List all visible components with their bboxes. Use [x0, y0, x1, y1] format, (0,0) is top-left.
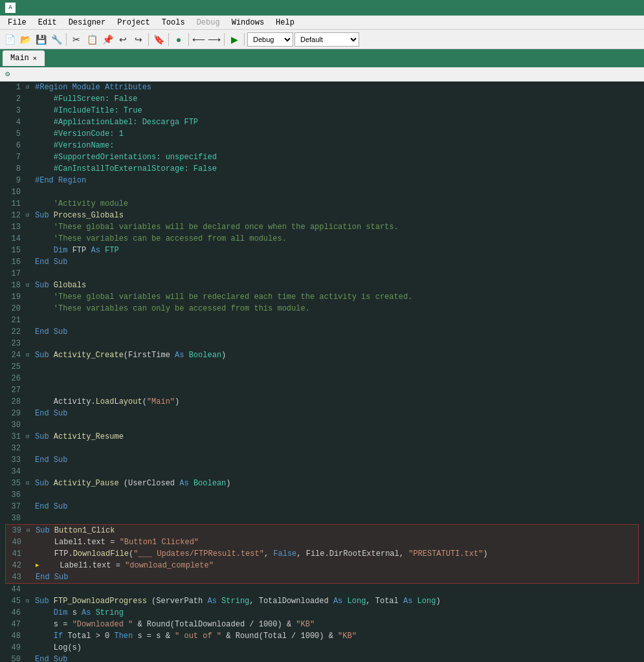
sep1: [66, 33, 67, 46]
code-line: #VersionName:: [35, 140, 114, 151]
line-number: 30: [5, 419, 26, 431]
menu-item-help[interactable]: Help: [271, 17, 300, 28]
table-row: 31⊟Sub Activity_Resume: [5, 431, 639, 443]
undo-button[interactable]: ↩: [116, 32, 130, 47]
line-number: 47: [5, 619, 26, 630]
sep4: [188, 33, 189, 46]
fold-button[interactable]: ⊟: [26, 280, 35, 291]
menu-item-designer[interactable]: Designer: [63, 17, 111, 28]
default-dropdown[interactable]: Default: [294, 32, 359, 47]
line-number: 26: [5, 373, 26, 384]
table-row: 33End Sub: [5, 454, 639, 466]
code-line: End Sub: [35, 654, 67, 662]
line-number: 38: [5, 513, 26, 524]
paste-button[interactable]: 📌: [100, 32, 115, 47]
code-line: 'These global variables will be declared…: [35, 221, 399, 233]
line-number: 13: [5, 221, 26, 233]
fold-button[interactable]: ⊟: [26, 478, 35, 489]
table-row: 37End Sub: [5, 501, 639, 513]
fold-button[interactable]: ⊟: [26, 82, 35, 93]
table-row: 39⊟Sub Button1_Click: [5, 524, 639, 536]
table-row: 6 #VersionName:: [5, 140, 639, 151]
code-line: End Sub: [35, 256, 67, 268]
line-number: 5: [5, 128, 26, 140]
fold-button[interactable]: ⊟: [26, 210, 35, 221]
table-row: 12⊟Sub Process_Globals: [5, 210, 639, 221]
line-number: 7: [5, 151, 26, 163]
code-line: Dim s As String: [35, 607, 124, 619]
line-number: 4: [5, 116, 26, 128]
run-button[interactable]: ●: [172, 32, 186, 47]
table-row: 7 #SupportedOrientations: unspecified: [5, 151, 639, 163]
code-line: Label1.text = "Button1 Clicked": [36, 536, 199, 548]
code-line: 'Activity module: [35, 198, 128, 210]
line-number: 3: [5, 105, 26, 116]
line-number: 40: [6, 536, 27, 548]
code-line: Log(s): [35, 642, 82, 654]
code-line: #CanInstallToExternalStorage: False: [35, 163, 217, 175]
line-number: 35: [5, 478, 26, 489]
table-row: 36: [5, 489, 639, 501]
open-button[interactable]: 📂: [18, 32, 32, 47]
table-row: 2 #FullScreen: False: [5, 93, 639, 105]
line-number: 11: [5, 198, 26, 210]
line-number: 50: [5, 654, 26, 662]
menu-item-tools[interactable]: Tools: [157, 17, 190, 28]
line-number: 22: [5, 326, 26, 338]
redo-button[interactable]: ↪: [131, 32, 146, 47]
properties-button[interactable]: 🔧: [49, 32, 63, 47]
debug-arrow-icon: ▶: [36, 560, 39, 571]
line-number: 27: [5, 384, 26, 396]
line-number: 15: [5, 245, 26, 256]
cut-button[interactable]: ✂: [69, 32, 83, 47]
table-row: 47 s = "Downloaded " & Round(TotalDownlo…: [5, 619, 639, 630]
fold-button[interactable]: ⊟: [26, 349, 35, 361]
table-row: 13 'These global variables will be decla…: [5, 221, 639, 233]
tab-close-icon[interactable]: ✕: [33, 54, 37, 62]
code-line: FTP.DownloadFile("___ Updates/FTPResult.…: [36, 548, 488, 560]
menu-item-edit[interactable]: Edit: [33, 17, 62, 28]
main-tab[interactable]: Main ✕: [3, 50, 45, 66]
menu-item-file[interactable]: File: [3, 17, 32, 28]
table-row: 35⊟Sub Activity_Pause (UserClosed As Boo…: [5, 478, 639, 489]
table-row: 25: [5, 361, 639, 373]
indent-button[interactable]: ⟵: [192, 32, 206, 47]
fold-button[interactable]: ⊟: [26, 595, 35, 607]
menu-item-debug[interactable]: Debug: [192, 17, 225, 28]
code-line: Sub Activity_Pause (UserClosed As Boolea…: [35, 478, 231, 489]
code-area[interactable]: 1⊟#Region Module Attributes2 #FullScreen…: [0, 82, 644, 662]
table-row: 30: [5, 419, 639, 431]
play-button[interactable]: ▶: [227, 32, 241, 47]
line-number: 8: [5, 163, 26, 175]
code-line: Activity.LoadLayout("Main"): [35, 396, 179, 408]
bookmark-button[interactable]: 🔖: [151, 32, 166, 47]
line-number: 29: [5, 408, 26, 419]
new-button[interactable]: 📄: [3, 32, 17, 47]
tab-label: Main: [10, 54, 29, 63]
table-row: 38: [5, 513, 639, 524]
code-line: Sub Process_Globals: [35, 210, 124, 221]
line-number: 28: [5, 396, 26, 408]
table-row: 32: [5, 443, 639, 454]
debug-dropdown[interactable]: Debug Release: [247, 32, 293, 47]
menu-item-windows[interactable]: Windows: [227, 17, 269, 28]
fold-button[interactable]: ⊟: [27, 525, 36, 536]
code-line: 'These variables can only be accessed fr…: [35, 303, 310, 314]
tab-bar: Main ✕: [0, 49, 644, 67]
fold-button[interactable]: ⊟: [26, 431, 35, 443]
table-row: 4 #ApplicationLabel: Descarga FTP: [5, 116, 639, 128]
save-button[interactable]: 💾: [34, 32, 48, 47]
menu-item-project[interactable]: Project: [112, 17, 155, 28]
sep5: [224, 33, 225, 46]
copy-button[interactable]: 📋: [85, 32, 99, 47]
table-row: 27: [5, 384, 639, 396]
outdent-button[interactable]: ⟶: [207, 32, 221, 47]
line-number: 14: [5, 233, 26, 245]
line-number: 44: [5, 584, 26, 595]
table-row: 48 If Total > 0 Then s = s & " out of " …: [5, 630, 639, 642]
line-number: 12: [5, 210, 26, 221]
code-line: #End Region: [35, 175, 86, 186]
table-row: 49 Log(s): [5, 642, 639, 654]
code-line: Sub Globals: [35, 280, 86, 291]
table-row: 21: [5, 314, 639, 326]
